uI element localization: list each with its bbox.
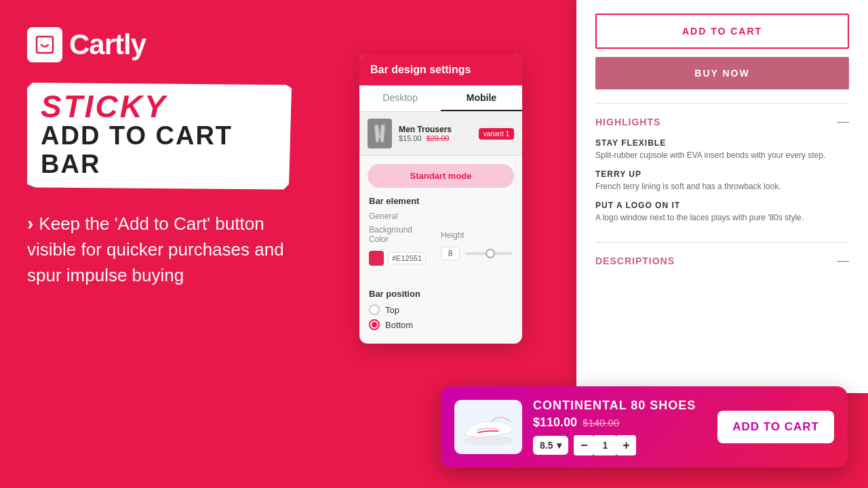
- radio-top-row: Top: [369, 304, 513, 315]
- sticky-original-price: $140.00: [583, 417, 619, 428]
- product-page: ADD TO CART BUY NOW HIGHLIGHTS — STAY FL…: [576, 0, 868, 393]
- bar-position-section: Bar position Top Bottom: [359, 289, 522, 344]
- sticky-price: $110.00: [533, 415, 577, 430]
- sticky-controls: 8.5 ▾ − 1 +: [533, 435, 707, 455]
- product-info-mini: Men Trousers $15.00 $20.00: [399, 125, 472, 142]
- descriptions-collapse-icon[interactable]: —: [837, 253, 849, 268]
- bg-color-label: Background Color: [369, 225, 427, 244]
- highlights-title: HIGHLIGHTS: [595, 117, 660, 127]
- variant-button[interactable]: variant 1: [479, 128, 514, 140]
- sticky-badge-area: STICKY ADD TO CART BAR: [27, 83, 292, 190]
- product-page-inner: ADD TO CART BUY NOW HIGHLIGHTS — STAY FL…: [576, 0, 868, 291]
- standard-mode-button[interactable]: Standart mode: [368, 164, 514, 188]
- radio-top-label: Top: [385, 305, 399, 315]
- highlight-2-title: TERRY UP: [595, 169, 849, 179]
- quantity-control: − 1 +: [574, 435, 636, 455]
- size-selector[interactable]: 8.5 ▾: [533, 436, 568, 455]
- svg-point-1: [462, 436, 514, 445]
- highlight-3-title: PUT A LOGO ON IT: [595, 201, 849, 210]
- radio-bottom-label: Bottom: [385, 320, 413, 330]
- quantity-increase-button[interactable]: +: [616, 435, 636, 455]
- sticky-add-to-cart-bar: CONTINENTAL 80 SHOES $110.00 $140.00 8.5…: [441, 386, 848, 468]
- product-thumbnail: [368, 119, 392, 148]
- tagline: ›Keep the 'Add to Cart' button visible f…: [27, 210, 305, 289]
- height-value[interactable]: 8: [441, 247, 460, 260]
- color-label-group: Background Color #E12551: [369, 225, 427, 266]
- radio-top[interactable]: [369, 304, 380, 315]
- badge-main-text: ADD TO CART BAR: [41, 122, 278, 179]
- highlight-1-title: STAY FLEXIBLE: [595, 138, 849, 148]
- color-hex[interactable]: #E12551: [388, 252, 426, 264]
- height-label: Height: [441, 230, 513, 240]
- highlight-2: TERRY UP French terry lining is soft and…: [595, 169, 849, 192]
- bar-element-label: Bar element: [369, 196, 513, 206]
- product-price-mini: $15.00 $20.00: [399, 134, 472, 142]
- height-slider[interactable]: [465, 252, 513, 255]
- radio-bottom-row: Bottom: [369, 319, 513, 330]
- settings-panel: Bar design settings Desktop Mobile Men T…: [359, 54, 522, 344]
- tab-mobile[interactable]: Mobile: [441, 85, 522, 111]
- sticky-price-row: $110.00 $140.00: [533, 415, 707, 430]
- sticky-product-name: CONTINENTAL 80 SHOES: [533, 399, 707, 413]
- logo-icon: [27, 27, 62, 62]
- descriptions-title: DESCRIPTIONS: [595, 256, 675, 266]
- highlights-collapse-icon[interactable]: —: [837, 115, 849, 129]
- highlight-1-desc: Split-rubber cupsole with EVA insert ben…: [595, 150, 849, 161]
- add-to-cart-top-button[interactable]: ADD TO CART: [595, 14, 849, 49]
- highlights-header: HIGHLIGHTS —: [595, 115, 849, 129]
- product-preview-row: Men Trousers $15.00 $20.00 variant 1: [359, 112, 522, 156]
- tab-desktop[interactable]: Desktop: [359, 85, 441, 111]
- brush-stroke: STICKY ADD TO CART BAR: [27, 83, 292, 190]
- color-swatch-row: #E12551: [369, 251, 427, 266]
- color-row: Background Color #E12551 Height 8: [369, 225, 513, 266]
- highlight-3: PUT A LOGO ON IT A logo window next to t…: [595, 201, 849, 224]
- shoe-image: [454, 400, 522, 454]
- highlights-section: HIGHLIGHTS — STAY FLEXIBLE Split-rubber …: [595, 103, 849, 242]
- logo-area: Cartly: [27, 27, 305, 62]
- descriptions-section: DESCRIPTIONS —: [595, 242, 849, 268]
- bar-position-label: Bar position: [369, 289, 513, 299]
- buy-now-button[interactable]: BUY NOW: [595, 57, 849, 89]
- highlight-3-desc: A logo window next to the laces plays wi…: [595, 212, 849, 224]
- color-swatch[interactable]: [369, 251, 384, 266]
- settings-tabs: Desktop Mobile: [359, 85, 522, 112]
- highlight-2-desc: French terry lining is soft and has a th…: [595, 181, 849, 192]
- dropdown-arrow-icon: ▾: [557, 440, 561, 451]
- left-section: Cartly STICKY ADD TO CART BAR ›Keep the …: [0, 0, 332, 488]
- general-label: General: [369, 211, 513, 221]
- sticky-word: STICKY: [41, 91, 278, 122]
- height-label-group: Height 8: [441, 230, 513, 260]
- sticky-add-to-cart-button[interactable]: ADD TO CART: [717, 411, 834, 443]
- radio-bottom[interactable]: [369, 319, 380, 330]
- product-name-mini: Men Trousers: [399, 125, 472, 134]
- chevron-icon: ›: [27, 210, 33, 238]
- logo-text: Cartly: [69, 28, 146, 61]
- highlight-1: STAY FLEXIBLE Split-rubber cupsole with …: [595, 138, 849, 161]
- slider-thumb[interactable]: [486, 249, 495, 258]
- settings-section: Bar element General Background Color #E1…: [359, 196, 522, 282]
- quantity-decrease-button[interactable]: −: [574, 435, 594, 455]
- height-row: 8: [441, 247, 513, 260]
- quantity-value: 1: [594, 435, 616, 455]
- descriptions-header: DESCRIPTIONS —: [595, 253, 849, 268]
- settings-header: Bar design settings: [359, 54, 522, 85]
- sticky-product-info: CONTINENTAL 80 SHOES $110.00 $140.00 8.5…: [533, 399, 707, 455]
